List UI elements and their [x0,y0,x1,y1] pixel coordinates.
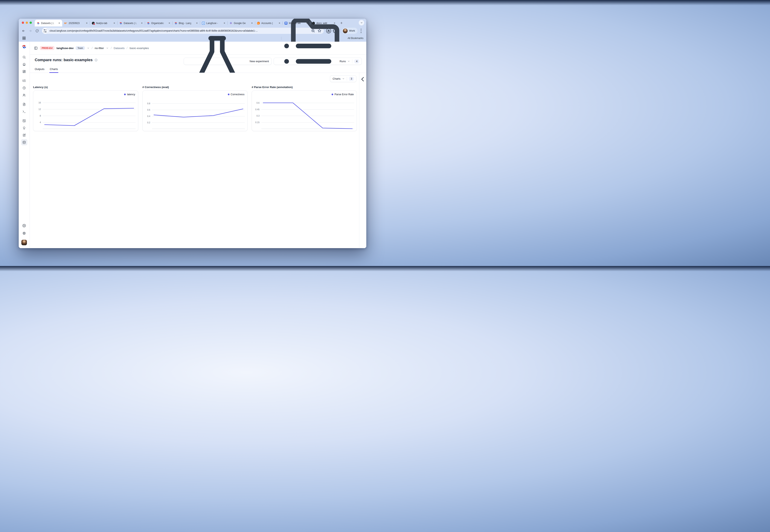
sidebar-item-tracing[interactable] [21,78,27,84]
tab-close-icon[interactable]: ✕ [306,22,309,25]
charts-content: Charts 3 Latency (s)latency481216# Corre… [30,73,366,248]
line-series [43,99,135,129]
minimize-window-button[interactable] [26,22,28,24]
langfuse-favicon [119,22,122,25]
browser-tab[interactable]: feat(io-tab✕ [90,20,117,26]
y-tick-label: 16 [38,101,41,104]
browser-tab[interactable]: 20250923✕ [62,20,90,26]
langfuse-app: PROD-EU langfuse-dev Team / no-filter / … [19,42,366,248]
sidebar-item-annotation[interactable] [21,132,27,138]
line-series [152,99,245,129]
tab-close-icon[interactable]: ✕ [223,22,226,25]
legend-dot-icon [332,94,333,95]
browser-tab[interactable]: Blog - Lang✕ [172,20,200,26]
sidebar-toggle-icon[interactable] [34,46,38,50]
window-controls [19,19,35,26]
breadcrumb-datasets-link[interactable]: Datasets [114,47,124,50]
sidebar-item-settings[interactable] [21,222,27,229]
sidebar-item-datasets[interactable] [21,139,27,145]
back-button[interactable] [20,28,27,34]
tab-close-icon[interactable]: ✕ [58,22,61,25]
sidebar-item-sessions[interactable] [21,85,27,91]
evaluation-icon [22,119,26,123]
tab-outputs[interactable]: Outputs [35,68,44,73]
tab-close-icon[interactable]: ✕ [251,22,254,25]
sidebar-item-home[interactable] [21,61,27,67]
project-name[interactable]: no-filter [95,47,104,50]
browser-tab[interactable]: Marlies we✕ [283,20,310,26]
sidebar-item-support[interactable] [21,230,27,236]
tab-close-icon[interactable]: ✕ [168,22,171,25]
browser-tab[interactable]: Google Ge✕ [228,20,255,26]
project-chevron-down-icon[interactable] [106,47,109,49]
tab-title: Datasets | L [41,22,56,25]
sidebar-item-evaluation[interactable] [21,118,27,124]
chevron-down-icon [347,60,350,63]
org-chevron-down-icon[interactable] [87,47,89,49]
runs-count-badge: 4 [354,59,359,63]
tab-title: Marlies we [289,22,304,25]
info-icon[interactable] [94,58,98,62]
browser-tab[interactable]: docs: add✕ [310,20,338,26]
forward-button[interactable] [27,28,33,34]
chart-card: latency481216 [33,91,138,131]
line-series [261,99,354,129]
y-tick-label: 12 [38,108,41,110]
tab-close-icon[interactable]: ✕ [85,22,88,25]
user-avatar[interactable] [21,240,27,245]
close-window-button[interactable] [22,22,24,24]
sidebar-item-prompts[interactable] [21,101,27,107]
chart-legend: Correctness [228,93,245,96]
chart-legend: Parse Error Rate [332,93,354,96]
tab-close-icon[interactable]: ✕ [113,22,116,25]
browser-tab[interactable]: Organizatio✕ [145,20,172,26]
button-divider [347,77,347,81]
coderabbit-favicon [64,22,67,25]
fullscreen-window-button[interactable] [30,22,32,24]
reload-button[interactable] [34,28,40,34]
google-calendar-favicon: 6 [202,22,205,25]
tab-title: Accounts | [261,22,277,25]
tab-charts[interactable]: Charts [50,68,58,73]
tab-close-icon[interactable]: ✕ [278,22,281,25]
browser-tab[interactable]: Datasets | L✕ [35,20,62,26]
organization-name[interactable]: langfuse-dev [56,47,73,50]
new-experiment-button[interactable]: New experiment [184,58,272,65]
browser-tab[interactable]: 6Langfuse -✕ [200,20,228,26]
tab-title: Google Ge [234,22,249,25]
breadcrumb-slash: / [91,46,93,50]
home-icon [22,63,26,66]
chart-title: Latency (s) [33,86,138,89]
button-divider [352,59,352,63]
tab-close-icon[interactable]: ✕ [196,22,199,25]
y-tick-label: 8 [40,115,41,117]
sidebar-item-search[interactable] [21,54,27,60]
tab-close-icon[interactable]: ✕ [333,22,336,25]
breadcrumb-dataset-name[interactable]: basic-examples [130,47,149,50]
tab-close-icon[interactable]: ✕ [140,22,143,25]
collapse-panel-chevron-left-icon[interactable] [359,76,366,83]
sidebar-item-users[interactable] [21,92,27,98]
apps-grid-icon[interactable] [22,36,26,40]
browser-window: Datasets | L✕20250923✕feat(io-tab✕Datase… [19,19,366,248]
all-bookmarks-label[interactable]: All Bookmarks [348,37,363,40]
sidebar-item-insights[interactable] [21,125,27,131]
sidebar-nav [21,54,27,148]
document-favicon [285,22,287,25]
site-settings-icon[interactable] [42,28,48,33]
tab-title: 20250923 [69,22,84,25]
browser-tab[interactable]: Datasets | L✕ [117,20,145,26]
github-favicon-failing [92,22,95,25]
playground-icon [22,110,26,113]
url-text[interactable]: cloud.langfuse.com/project/cmfwgv8fx002o… [49,29,309,32]
sidebar-item-dashboard[interactable] [21,68,27,75]
search-icon [22,55,26,59]
y-tick-label: 0.6 [257,102,260,104]
charts-dropdown-button[interactable]: Charts 3 [330,75,356,82]
sidebar-item-playground[interactable] [21,108,27,115]
chart-card: Correctness0.20.40.60.8 [142,91,248,131]
breadcrumb-slash: / [126,46,128,50]
browser-tab[interactable]: Accounts |✕ [255,20,283,26]
runs-dropdown-button[interactable]: Runs 4 [274,58,362,65]
support-icon [22,232,26,235]
